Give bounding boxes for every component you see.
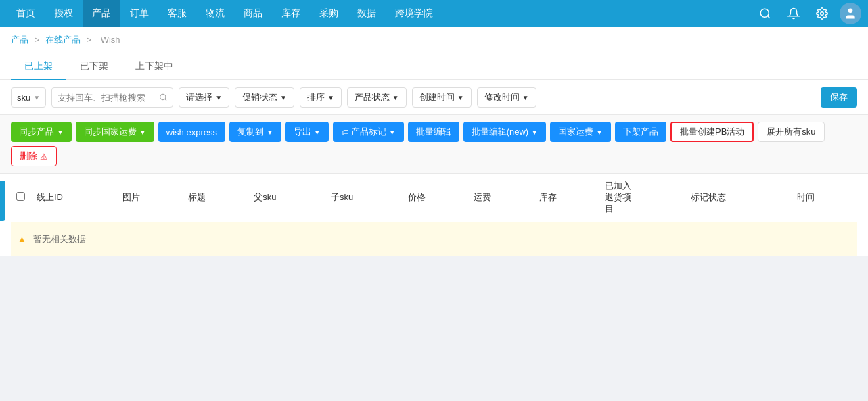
expand-all-sku-button[interactable]: 展开所有sku xyxy=(758,122,824,142)
breadcrumb-sep2: > xyxy=(86,34,93,45)
tab-delisted[interactable]: 已下架 xyxy=(66,53,122,80)
nav-item-data[interactable]: 数据 xyxy=(348,0,386,27)
sync-product-label: 同步产品 xyxy=(19,126,54,138)
settings-icon[interactable] xyxy=(811,3,833,24)
notification-icon[interactable] xyxy=(783,3,804,24)
th-time: 时间 xyxy=(792,174,857,222)
product-status-dropdown[interactable]: 产品状态 ▼ xyxy=(347,87,407,108)
copy-to-button[interactable]: 复制到 ▼ xyxy=(229,122,281,142)
nav-icons xyxy=(754,3,861,24)
select-caret-icon: ▼ xyxy=(215,94,222,101)
delete-button[interactable]: 删除 ⚠ xyxy=(11,146,57,166)
nav-item-inventory[interactable]: 库存 xyxy=(272,0,310,27)
th-return-multiline: 已加入 退货项 目 xyxy=(605,181,680,215)
select-all-checkbox[interactable] xyxy=(16,192,25,201)
breadcrumb: 产品 > 在线产品 > Wish xyxy=(0,27,868,53)
filter-row: sku ▼ 请选择 ▼ 促销状态 ▼ 排序 ▼ 产品状态 ▼ 创建时间 ▼ 修改… xyxy=(0,80,868,115)
nav-item-academy[interactable]: 跨境学院 xyxy=(386,0,442,27)
breadcrumb-online[interactable]: 在线产品 xyxy=(45,34,81,45)
sku-filter[interactable]: sku ▼ xyxy=(11,87,46,108)
create-time-dropdown[interactable]: 创建时间 ▼ xyxy=(412,87,472,108)
sync-country-fee-button[interactable]: 同步国家运费 ▼ xyxy=(76,122,154,142)
action-row: 同步产品 ▼ 同步国家运费 ▼ wish express 复制到 ▼ 导出 ▼ … xyxy=(0,115,868,174)
avatar[interactable] xyxy=(840,3,861,24)
sync-product-button[interactable]: 同步产品 ▼ xyxy=(11,122,72,142)
promo-caret-icon: ▼ xyxy=(280,94,287,101)
svg-point-0 xyxy=(760,9,769,17)
product-tag-label: 产品标记 xyxy=(351,126,386,138)
modify-time-caret-icon: ▼ xyxy=(522,94,529,101)
copy-to-label: 复制到 xyxy=(237,126,264,138)
sort-dropdown[interactable]: 排序 ▼ xyxy=(300,87,342,108)
expand-all-sku-label: 展开所有sku xyxy=(767,126,815,138)
table-wrap: 线上ID 图片 标题 父sku 子sku 价格 运费 库存 已加入 退货项 目 … xyxy=(0,174,868,256)
promo-status-label: 促销状态 xyxy=(242,91,277,103)
country-fee-caret-icon: ▼ xyxy=(596,128,603,136)
product-status-label: 产品状态 xyxy=(355,91,390,103)
export-button[interactable]: 导出 ▼ xyxy=(285,122,329,142)
batch-edit-button[interactable]: 批量编辑 xyxy=(408,122,459,142)
nav-items: 首页 授权 产品 订单 客服 物流 商品 库存 采购 数据 跨境学院 xyxy=(7,0,754,27)
search-icon xyxy=(159,93,168,102)
delete-warning-icon: ⚠ xyxy=(40,151,48,162)
th-mark-status: 标记状态 xyxy=(685,174,792,222)
product-tag-button[interactable]: 🏷 产品标记 ▼ xyxy=(333,122,404,142)
header-row: 线上ID 图片 标题 父sku 子sku 价格 运费 库存 已加入 退货项 目 … xyxy=(11,174,857,222)
nav-item-auth[interactable]: 授权 xyxy=(45,0,83,27)
table-header: 线上ID 图片 标题 父sku 子sku 价格 运费 库存 已加入 退货项 目 … xyxy=(11,174,857,222)
nav-item-product[interactable]: 产品 xyxy=(83,0,120,27)
no-data-cell: ▲ 暂无相关数据 xyxy=(11,222,857,256)
sku-label: sku xyxy=(17,93,30,103)
tag-icon: 🏷 xyxy=(341,128,348,136)
svg-line-1 xyxy=(767,16,769,18)
delete-label: 删除 xyxy=(20,150,37,162)
no-data-text: 暂无相关数据 xyxy=(33,234,86,244)
search-box[interactable] xyxy=(51,87,173,108)
country-fee-label: 国家运费 xyxy=(558,126,593,138)
batch-edit-new-label: 批量编辑(new) xyxy=(472,126,529,138)
delist-button[interactable]: 下架产品 xyxy=(615,122,666,142)
create-time-label: 创建时间 xyxy=(419,91,455,103)
th-online-id: 线上ID xyxy=(31,174,117,222)
batch-edit-new-button[interactable]: 批量编辑(new) ▼ xyxy=(463,122,546,142)
search-icon[interactable] xyxy=(754,3,776,24)
promo-status-dropdown[interactable]: 促销状态 ▼ xyxy=(235,87,294,108)
country-fee-button[interactable]: 国家运费 ▼ xyxy=(550,122,611,142)
wish-express-button[interactable]: wish express xyxy=(158,122,225,142)
sort-label: 排序 xyxy=(307,91,325,103)
sort-caret-icon: ▼ xyxy=(327,94,334,101)
tab-listed[interactable]: 已上架 xyxy=(11,53,66,80)
nav-item-home[interactable]: 首页 xyxy=(7,0,45,27)
nav-item-purchase[interactable]: 采购 xyxy=(310,0,348,27)
tag-caret-icon: ▼ xyxy=(389,128,396,136)
avatar-inner xyxy=(840,3,861,24)
svg-point-4 xyxy=(160,94,165,99)
save-button[interactable]: 保存 xyxy=(821,87,857,108)
breadcrumb-product[interactable]: 产品 xyxy=(11,34,28,45)
modify-time-label: 修改时间 xyxy=(484,91,520,103)
sync-country-fee-label: 同步国家运费 xyxy=(84,126,137,138)
search-input[interactable] xyxy=(58,93,156,103)
batch-create-pb-label: 批量创建PB活动 xyxy=(680,126,744,138)
batch-create-pb-button[interactable]: 批量创建PB活动 xyxy=(670,122,754,142)
svg-line-5 xyxy=(164,99,166,100)
create-time-caret-icon: ▼ xyxy=(457,94,464,101)
left-indicator xyxy=(0,181,5,221)
svg-point-2 xyxy=(821,12,824,16)
nav-item-order[interactable]: 订单 xyxy=(120,0,158,27)
select-dropdown[interactable]: 请选择 ▼ xyxy=(179,87,229,108)
th-price: 价格 xyxy=(403,174,468,222)
nav-item-logistics[interactable]: 物流 xyxy=(196,0,234,27)
table-body: ▲ 暂无相关数据 xyxy=(11,222,857,256)
nav-item-service[interactable]: 客服 xyxy=(158,0,196,27)
select-label: 请选择 xyxy=(186,91,212,103)
tab-in-progress[interactable]: 上下架中 xyxy=(122,53,187,80)
nav-item-goods[interactable]: 商品 xyxy=(234,0,272,27)
batch-new-caret-icon: ▼ xyxy=(531,128,538,136)
no-data-row: ▲ 暂无相关数据 xyxy=(11,222,857,256)
sku-caret-icon: ▼ xyxy=(33,94,40,101)
th-image: 图片 xyxy=(117,174,183,222)
wish-express-label: wish express xyxy=(166,127,217,137)
modify-time-dropdown[interactable]: 修改时间 ▼ xyxy=(477,87,536,108)
delist-label: 下架产品 xyxy=(623,126,658,138)
